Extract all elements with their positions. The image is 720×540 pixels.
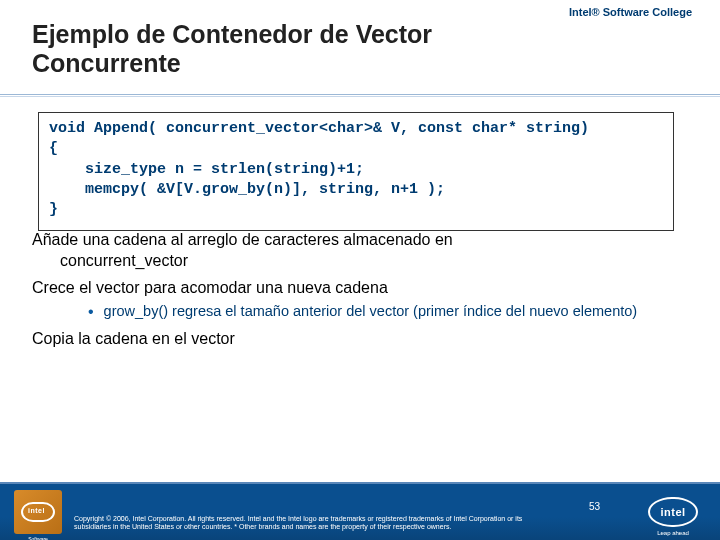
logo-subtext: Software (14, 536, 62, 540)
text-line: concurrent_vector (60, 252, 188, 269)
paragraph: Copia la cadena en el vector (32, 329, 688, 350)
code-block: void Append( concurrent_vector<char>& V,… (38, 112, 674, 231)
code-line: memcpy( &V[V.grow_by(n)], string, n+1 ); (49, 181, 445, 198)
footer-divider (0, 482, 720, 484)
logo-text: intel (28, 507, 45, 514)
logo-tagline: Leap ahead (646, 530, 700, 536)
body-text: Añade una cadena al arreglo de caractere… (32, 230, 688, 354)
header-label: Intel® Software College (569, 6, 692, 18)
slide-title: Ejemplo de Contenedor de Vector Concurre… (32, 20, 532, 78)
divider-line (0, 94, 720, 95)
footer-bar: intel Software Copyright © 2006, Intel C… (0, 482, 720, 540)
page-number: 53 (589, 501, 600, 512)
copyright-text: Copyright © 2006, Intel Corporation. All… (74, 515, 554, 533)
bullet-icon: • (88, 302, 94, 323)
intel-logo: intel Leap ahead (646, 490, 700, 534)
slide: Intel® Software College Ejemplo de Conte… (0, 0, 720, 540)
paragraph: Añade una cadena al arreglo de caractere… (32, 230, 688, 272)
paragraph: Crece el vector para acomodar una nueva … (32, 278, 688, 299)
text-line: Añade una cadena al arreglo de caractere… (32, 231, 453, 248)
divider-line-shadow (0, 96, 720, 97)
code-line: { (49, 140, 58, 157)
intel-software-logo: intel Software (14, 490, 62, 534)
code-line: void Append( concurrent_vector<char>& V,… (49, 120, 589, 137)
logo-text: intel (660, 506, 685, 518)
bullet-item: • grow_by() regresa el tamaño anterior d… (32, 302, 688, 323)
bullet-text: grow_by() regresa el tamaño anterior del… (104, 302, 688, 322)
code-line: } (49, 201, 58, 218)
code-line: size_type n = strlen(string)+1; (49, 161, 364, 178)
